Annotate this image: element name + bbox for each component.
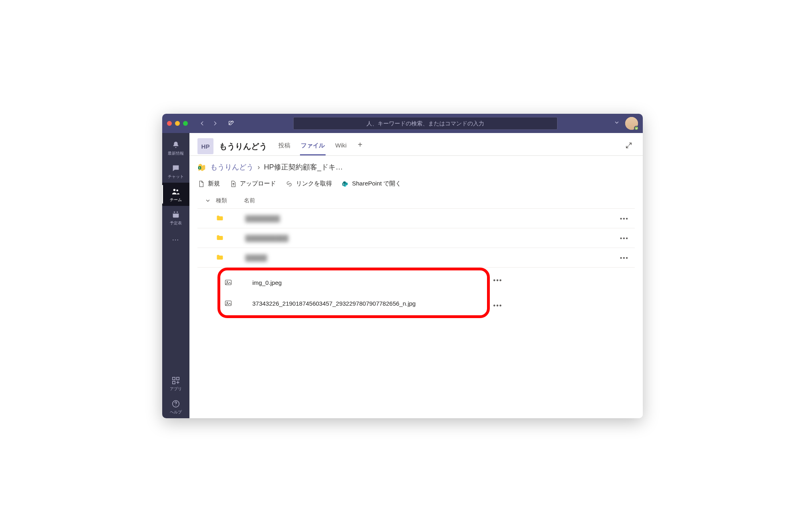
folder-icon (216, 254, 244, 262)
apps-icon (171, 376, 181, 385)
table-row[interactable]: 37343226_219018745603457_293229780790778… (224, 293, 483, 314)
zoom-window-button[interactable] (183, 121, 188, 126)
channel-header: HP もうりんどう 投稿 ファイル Wiki + (189, 133, 643, 156)
bell-icon (171, 140, 181, 150)
chat-icon (171, 163, 181, 173)
presence-available-icon (634, 126, 639, 131)
tab-posts[interactable]: 投稿 (278, 137, 291, 155)
table-row[interactable]: █████ ••• (197, 248, 635, 268)
rail-label: アプリ (170, 386, 182, 392)
row-name: 37343226_219018745603457_293229780790778… (252, 300, 483, 307)
row-name: █████ (244, 254, 268, 261)
svg-rect-7 (177, 377, 179, 380)
nav-arrows (197, 118, 221, 129)
breadcrumb: S もうりんどう › HP修正契約顧客_ドキ… (197, 162, 635, 172)
svg-rect-8 (173, 381, 175, 384)
files-area: S もうりんどう › HP修正契約顧客_ドキ… 新規 アップロード (189, 156, 643, 418)
row-more-button[interactable]: ••• (490, 302, 506, 309)
new-chat-button[interactable] (225, 118, 237, 129)
minimize-window-button[interactable] (175, 121, 180, 126)
open-sharepoint-button[interactable]: S SharePoint で開く (342, 180, 401, 187)
svg-text:S: S (199, 167, 201, 169)
row-more-button[interactable]: ••• (490, 277, 506, 284)
image-icon (224, 299, 252, 307)
col-type[interactable]: 種類 (216, 197, 244, 204)
tab-wiki[interactable]: Wiki (334, 137, 347, 155)
titlebar-right (614, 117, 638, 130)
svg-point-18 (227, 281, 228, 282)
nav-back-button[interactable] (197, 118, 208, 129)
tabs: 投稿 ファイル Wiki + (278, 137, 364, 155)
svg-text:S: S (343, 183, 345, 185)
rail-activity[interactable]: 最新情報 (162, 136, 189, 159)
getlink-label: リンクを取得 (296, 180, 332, 187)
svg-point-1 (176, 189, 178, 191)
list-header: 種類 名前 (197, 193, 635, 209)
rail-label: ヘルプ (170, 409, 182, 415)
svg-rect-6 (173, 377, 175, 380)
channel-name: もうりんどう (219, 141, 267, 152)
row-more-button[interactable]: ••• (616, 254, 632, 261)
rail-chat[interactable]: チャット (162, 159, 189, 183)
search-box[interactable] (293, 117, 557, 130)
row-name: img_0.jpeg (252, 279, 483, 286)
upload-button[interactable]: アップロード (229, 180, 276, 187)
svg-rect-5 (177, 212, 178, 213)
profile-avatar[interactable] (625, 117, 638, 130)
getlink-button[interactable]: リンクを取得 (286, 180, 332, 187)
rail-calendar[interactable]: 予定表 (162, 206, 189, 229)
row-name: ████████ (244, 215, 281, 222)
rail-apps[interactable]: アプリ (162, 372, 189, 395)
image-icon (224, 278, 252, 286)
select-all[interactable] (200, 198, 216, 204)
search-input[interactable] (298, 120, 552, 127)
add-tab-button[interactable]: + (356, 137, 364, 155)
breadcrumb-sep: › (258, 163, 260, 171)
body: 最新情報 チャット チーム 予定表 … アプリ ヘルプ (162, 133, 643, 418)
content: HP もうりんどう 投稿 ファイル Wiki + S (189, 133, 643, 418)
new-label: 新規 (208, 180, 220, 187)
nav-forward-button[interactable] (209, 118, 221, 129)
breadcrumb-current: HP修正契約顧客_ドキ… (264, 162, 343, 172)
team-avatar: HP (197, 138, 213, 154)
folder-icon (216, 214, 244, 222)
org-dropdown[interactable] (614, 120, 620, 127)
table-row[interactable]: ████████ ••• (197, 209, 635, 228)
calendar-icon (171, 210, 181, 220)
rail-teams[interactable]: チーム (162, 183, 189, 206)
breadcrumb-root[interactable]: もうりんどう (210, 162, 254, 172)
annotation-highlight: img_0.jpeg 37343226_219018745603457_2932… (217, 268, 490, 318)
file-toolbar: 新規 アップロード リンクを取得 S SharePoint で開く (197, 180, 635, 187)
tab-files[interactable]: ファイル (300, 137, 326, 155)
rows: ████████ ••• ██████████ ••• █████ ••• (197, 209, 635, 318)
teams-icon (171, 187, 181, 196)
help-icon (171, 399, 181, 409)
window-controls (167, 121, 188, 126)
col-name[interactable]: 名前 (244, 197, 632, 204)
sharepoint-label: SharePoint で開く (352, 180, 401, 187)
row-name: ██████████ (244, 235, 290, 242)
rail-more[interactable]: … (172, 229, 180, 247)
table-row[interactable]: img_0.jpeg (224, 272, 483, 293)
new-button[interactable]: 新規 (197, 180, 220, 187)
upload-label: アップロード (240, 180, 276, 187)
rail-help[interactable]: ヘルプ (162, 395, 189, 418)
app-window: 最新情報 チャット チーム 予定表 … アプリ ヘルプ (162, 114, 643, 418)
expand-button[interactable] (623, 139, 635, 153)
row-more-button[interactable]: ••• (616, 215, 632, 222)
close-window-button[interactable] (167, 121, 172, 126)
folder-icon (216, 234, 244, 242)
app-rail: 最新情報 チャット チーム 予定表 … アプリ ヘルプ (162, 133, 189, 418)
rail-label: チャット (168, 174, 184, 179)
svg-point-0 (173, 189, 176, 191)
svg-rect-3 (173, 212, 179, 214)
svg-rect-4 (174, 212, 175, 213)
svg-point-20 (227, 302, 228, 303)
row-more-button[interactable]: ••• (616, 235, 632, 242)
rail-label: チーム (170, 197, 182, 203)
titlebar (162, 114, 643, 133)
rail-label: 予定表 (170, 220, 182, 226)
table-row[interactable]: ██████████ ••• (197, 228, 635, 248)
sharepoint-icon: S (197, 163, 206, 171)
rail-label: 最新情報 (168, 151, 184, 156)
